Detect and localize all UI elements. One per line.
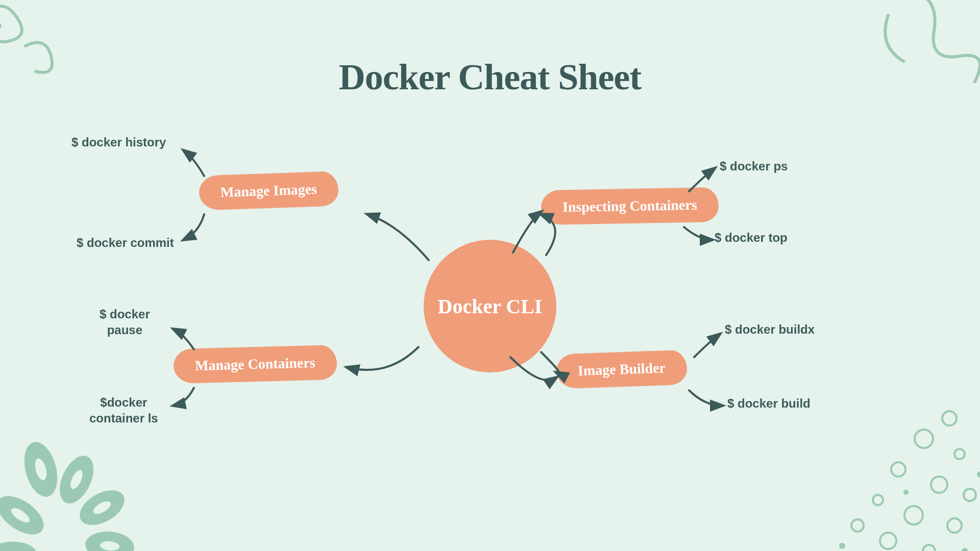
svg-point-14 [954,449,965,459]
page-title: Docker Cheat Sheet [339,56,642,98]
squiggle-decoration [0,0,82,92]
branch-inspecting-containers: Inspecting Containers [541,187,719,225]
cmd-docker-container-ls: $docker container ls [89,394,158,426]
svg-point-23 [923,545,935,551]
svg-point-27 [962,548,968,551]
branch-manage-containers: Manage Containers [173,345,337,384]
cmd-docker-pause: $ docker pause [100,306,150,338]
cmd-docker-top: $ docker top [715,230,788,245]
cmd-docker-commit: $ docker commit [77,235,174,251]
branch-image-builder: Image Builder [556,350,688,389]
svg-point-5 [0,540,38,551]
svg-point-17 [964,489,976,501]
svg-point-22 [880,533,896,549]
cmd-docker-ps: $ docker ps [720,158,788,174]
svg-point-19 [904,506,923,524]
svg-point-20 [947,518,962,533]
center-node: Docker CLI [424,240,556,372]
svg-point-21 [851,519,864,532]
svg-point-26 [903,490,909,495]
svg-point-18 [873,495,883,505]
cmd-docker-buildx: $ docker buildx [725,321,815,337]
svg-point-15 [891,462,905,477]
svg-point-12 [942,411,957,425]
cmd-docker-history: $ docker history [71,134,166,150]
dots-decoration [806,398,980,551]
flower-decoration [0,418,153,551]
squiggle-decoration [868,0,980,117]
svg-point-16 [931,477,947,493]
svg-point-13 [915,430,933,448]
branch-manage-images: Manage Images [199,171,339,210]
svg-point-24 [839,543,845,549]
cmd-docker-build: $ docker build [727,395,811,411]
svg-point-25 [977,471,980,478]
